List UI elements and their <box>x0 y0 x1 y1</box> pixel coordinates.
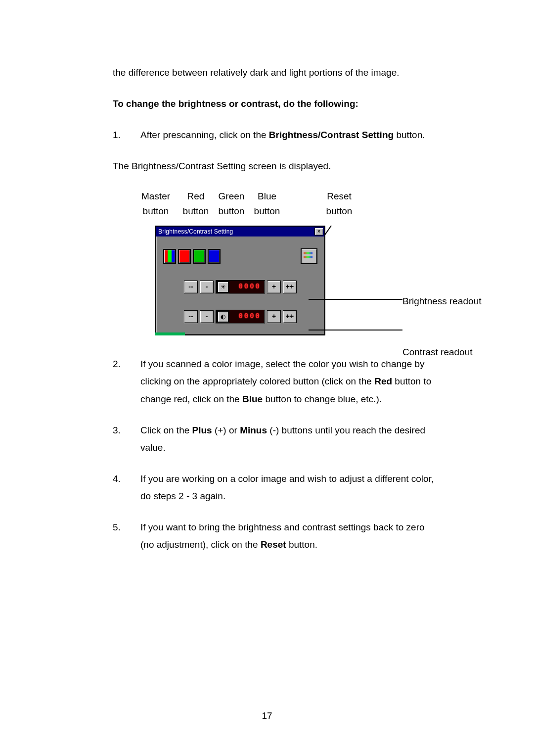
contrast-icon: ◐ <box>218 311 228 322</box>
after-step1-text: The Brightness/Contrast Setting screen i… <box>113 157 440 175</box>
brightness-value: 0000 <box>229 281 264 293</box>
blue-button[interactable] <box>208 249 221 264</box>
brightness-plus-double-button[interactable]: ++ <box>283 281 297 293</box>
step-number-4: 4. <box>113 470 140 505</box>
step-number-5: 5. <box>113 519 140 553</box>
contrast-callout-line <box>309 330 402 331</box>
contrast-plus-button[interactable]: + <box>267 310 281 323</box>
label-master-l1: Master <box>134 189 178 204</box>
contrast-row: -- - ◐ 0000 + ++ <box>163 310 317 324</box>
step5-c: button. <box>286 539 317 550</box>
brightness-callout-text: Brightness readout <box>402 292 482 310</box>
label-blue-l2: button <box>249 204 285 219</box>
step-4-text: If you are working on a color image and … <box>140 470 440 505</box>
brightness-contrast-dialog: Brightness/Contrast Setting × -- - <box>155 226 325 335</box>
step3-d: Minus <box>240 425 267 435</box>
step-1-text: After prescanning, click on the Brightne… <box>140 126 440 143</box>
label-reset-l1: Reset <box>314 189 364 204</box>
contrast-plus-double-button[interactable]: ++ <box>283 310 297 323</box>
contrast-minus-button[interactable]: - <box>200 310 214 323</box>
red-button[interactable] <box>178 249 191 264</box>
step2-b: Red <box>374 376 392 386</box>
brightness-minus-double-button[interactable]: -- <box>184 281 198 293</box>
brightness-row: -- - ☀ 0000 + ++ <box>163 280 317 294</box>
master-button[interactable] <box>163 249 176 264</box>
step-2-text: If you scanned a color image, select the… <box>140 355 440 407</box>
label-red-l1: Red <box>178 189 214 204</box>
brightness-callout-line <box>309 299 402 300</box>
step2-e: button to change blue, etc.). <box>263 394 382 404</box>
brightness-icon: ☀ <box>218 282 228 292</box>
dialog-titlebar: Brightness/Contrast Setting × <box>156 227 324 236</box>
step5-b: Reset <box>261 539 286 550</box>
step-number-2: 2. <box>113 355 140 407</box>
step-number-1: 1. <box>113 126 140 143</box>
reset-button[interactable] <box>301 248 317 264</box>
step3-b: Plus <box>192 425 212 435</box>
brightness-plus-button[interactable]: + <box>267 281 281 293</box>
intro-paragraph: the difference between relatively dark a… <box>113 64 440 81</box>
label-master-l2: button <box>134 204 178 219</box>
step1-part-a: After prescanning, click on the <box>140 130 269 140</box>
step1-part-b: Brightness/Contrast Setting <box>269 130 394 140</box>
step2-d: Blue <box>242 394 263 404</box>
dialog-title-text: Brightness/Contrast Setting <box>158 226 233 237</box>
section-heading: To change the brightness or contrast, do… <box>113 95 440 112</box>
dialog-resize-strip <box>155 332 185 335</box>
step-3-text: Click on the Plus (+) or Minus (-) butto… <box>140 422 440 456</box>
label-blue-l1: Blue <box>249 189 285 204</box>
contrast-callout-text: Contrast readout <box>402 343 473 361</box>
step-number-3: 3. <box>113 422 140 456</box>
contrast-readout: ◐ 0000 <box>216 310 265 324</box>
brightness-readout: ☀ 0000 <box>216 280 265 294</box>
figure-column-labels: Master button Red button Green button Bl… <box>134 189 440 219</box>
contrast-value: 0000 <box>229 310 264 323</box>
label-red-l2: button <box>178 204 214 219</box>
dialog-close-button[interactable]: × <box>314 228 323 236</box>
brightness-minus-button[interactable]: - <box>200 281 214 293</box>
label-green-l1: Green <box>214 189 249 204</box>
green-button[interactable] <box>193 249 206 264</box>
contrast-minus-double-button[interactable]: -- <box>184 310 198 323</box>
step3-a: Click on the <box>140 425 192 435</box>
step-5-text: If you want to bring the brightness and … <box>140 519 440 553</box>
label-green-l2: button <box>214 204 249 219</box>
step3-c: (+) or <box>212 425 240 435</box>
label-reset-l2: button <box>314 204 364 219</box>
step1-part-c: button. <box>394 130 425 140</box>
page-number: 17 <box>0 707 534 724</box>
